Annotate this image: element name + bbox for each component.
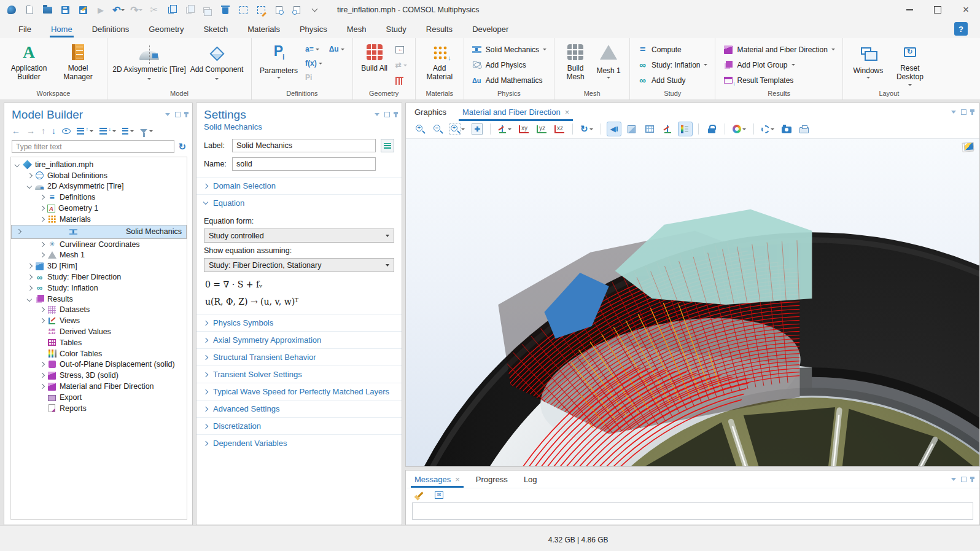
float-panel-icon[interactable]	[175, 112, 181, 117]
panel-menu-icon[interactable]	[951, 478, 956, 481]
build-all-geometry-button[interactable]: Build All	[358, 41, 391, 81]
tab-results[interactable]: Results	[425, 21, 454, 37]
new-file-button[interactable]	[23, 3, 36, 17]
panel-menu-icon[interactable]	[375, 113, 379, 116]
deselect-box-button[interactable]	[254, 3, 268, 17]
tree-item-views[interactable]: Views	[11, 315, 187, 326]
scene-light-button[interactable]: ◀	[607, 122, 621, 136]
tree-item-derived-values[interactable]: Derived Values	[11, 326, 187, 337]
expander-icon[interactable]	[27, 297, 32, 302]
section-domain-selection[interactable]: Domain Selection	[196, 177, 402, 194]
show-axis-button[interactable]	[661, 122, 674, 136]
expand-all-button[interactable]	[77, 128, 93, 135]
close-button[interactable]: ×	[952, 0, 980, 20]
transparency-button[interactable]	[625, 122, 639, 136]
duplicate-button[interactable]	[201, 3, 214, 17]
move-down-button[interactable]: ↓	[52, 126, 56, 136]
result-templates-button[interactable]: Result Templates	[720, 74, 837, 87]
forward-button[interactable]: →	[26, 126, 35, 136]
zoom-out-button[interactable]	[431, 122, 445, 136]
tab-material-fiber-direction[interactable]: Material and Fiber Direction×	[462, 103, 569, 121]
refresh-icon[interactable]: ↻	[178, 141, 186, 152]
pin-panel-icon[interactable]	[971, 477, 973, 482]
paste-button[interactable]	[183, 3, 196, 17]
parameter-case-button[interactable]: Pi	[303, 72, 346, 83]
color-legend-button[interactable]	[679, 122, 692, 136]
zoom-box-button[interactable]	[449, 122, 466, 136]
grid-button[interactable]	[643, 122, 656, 136]
tree-item-mesh1[interactable]: Mesh 1	[11, 250, 187, 261]
color-theme-button[interactable]	[731, 122, 747, 136]
add-mathematics-button[interactable]: ΔuAdd Mathematics	[469, 74, 549, 87]
maximize-button[interactable]	[924, 0, 952, 20]
view-xz-button[interactable]: xz	[553, 122, 566, 136]
save-as-button[interactable]	[76, 3, 90, 17]
tab-graphics[interactable]: Graphics	[414, 103, 446, 121]
clear-messages-button[interactable]	[413, 488, 427, 502]
tree-item-curvilinear-coordinates[interactable]: Curvilinear Coordinates	[11, 239, 187, 250]
customize-toolbar-button[interactable]	[308, 3, 321, 17]
tab-log[interactable]: Log	[524, 471, 537, 488]
find-replace-button[interactable]	[290, 3, 303, 17]
expander-icon[interactable]	[39, 318, 44, 323]
expander-icon[interactable]	[39, 362, 44, 367]
panel-menu-icon[interactable]	[951, 111, 956, 114]
expander-icon[interactable]	[27, 275, 32, 279]
section-dependent-variables[interactable]: Dependent Variables	[196, 434, 402, 451]
build-mesh-button[interactable]: Build Mesh	[559, 41, 591, 82]
close-tab-icon[interactable]: ×	[565, 107, 570, 117]
tree-item-solid-mechanics[interactable]: Solid Mechanics	[11, 225, 187, 239]
open-message-window-button[interactable]: ✉	[432, 488, 446, 502]
plot-thumbnail-icon[interactable]	[964, 142, 974, 150]
tree-item-geometry1[interactable]: Geometry 1	[11, 203, 187, 214]
view-xy-button[interactable]: xy	[517, 122, 531, 136]
expander-icon[interactable]	[27, 286, 32, 291]
tree-item-tables[interactable]: Tables	[11, 337, 187, 348]
tab-materials[interactable]: Materials	[246, 21, 281, 37]
expander-icon[interactable]	[27, 173, 32, 178]
tab-mesh[interactable]: Mesh	[346, 21, 368, 37]
section-transient-solver[interactable]: Transient Solver Settings	[196, 365, 402, 383]
tree-item-definitions[interactable]: Definitions	[11, 192, 187, 203]
tree-item-color-tables[interactable]: Color Tables	[11, 348, 187, 359]
tab-home[interactable]: Home	[50, 21, 74, 37]
tab-sketch[interactable]: Sketch	[202, 21, 229, 37]
redo-button[interactable]: ↷	[130, 3, 143, 17]
tab-geometry[interactable]: Geometry	[147, 21, 185, 37]
delete-button[interactable]	[219, 3, 232, 17]
add-material-button[interactable]: Add Material	[421, 41, 459, 82]
material-fiber-direction-button[interactable]: Material and Fiber Direction	[720, 43, 837, 56]
tree-item-study-fiber-direction[interactable]: Study: Fiber Direction	[11, 272, 187, 283]
functions-button[interactable]: f(x)	[303, 58, 346, 69]
axisymmetric-component-button[interactable]: 2D Axisymmetric [Tire]	[112, 41, 186, 81]
tree-item-2d-axisymmetric[interactable]: 2D Axisymmetric [Tire]	[11, 181, 187, 192]
model-tree-nodes-button[interactable]	[122, 128, 134, 135]
section-structural-transient[interactable]: Structural Transient Behavior	[196, 348, 402, 365]
graphics-canvas[interactable]	[406, 139, 979, 466]
expander-icon[interactable]	[39, 252, 44, 257]
name-input[interactable]	[232, 157, 376, 171]
windows-button[interactable]: Windows	[848, 41, 889, 81]
show-button[interactable]	[62, 128, 71, 134]
pin-panel-icon[interactable]	[971, 109, 973, 115]
tab-study[interactable]: Study	[385, 21, 408, 37]
model-manager-button[interactable]: Model Manager	[54, 41, 102, 82]
add-physics-button[interactable]: Add Physics	[469, 58, 549, 71]
tree-item-out-of-plane-displacement[interactable]: Out-of-Plane Displacement (solid)	[11, 359, 187, 370]
nonlocal-couplings-button[interactable]: Δu	[327, 44, 346, 55]
float-panel-icon[interactable]	[384, 112, 390, 117]
go-to-view-button[interactable]	[497, 122, 513, 136]
cut-button[interactable]: ✂	[147, 3, 161, 17]
tree-item-results[interactable]: Results	[11, 294, 187, 305]
tree-item-materials[interactable]: Materials	[11, 214, 187, 225]
tree-item-3d-rim[interactable]: 3D [Rim]	[11, 260, 187, 272]
application-builder-button[interactable]: A Application Builder	[5, 41, 53, 82]
panel-menu-icon[interactable]	[165, 113, 170, 116]
section-physics-symbols[interactable]: Physics Symbols	[196, 314, 402, 331]
mesh1-button[interactable]: Mesh 1	[593, 41, 624, 81]
tree-item-datasets[interactable]: Datasets	[11, 305, 187, 316]
section-axial-symmetry[interactable]: Axial Symmetry Approximation	[196, 331, 402, 348]
section-advanced[interactable]: Advanced Settings	[196, 400, 402, 417]
tree-filter-input[interactable]	[12, 140, 174, 153]
reset-desktop-button[interactable]: ↻ Reset Desktop	[890, 41, 930, 86]
